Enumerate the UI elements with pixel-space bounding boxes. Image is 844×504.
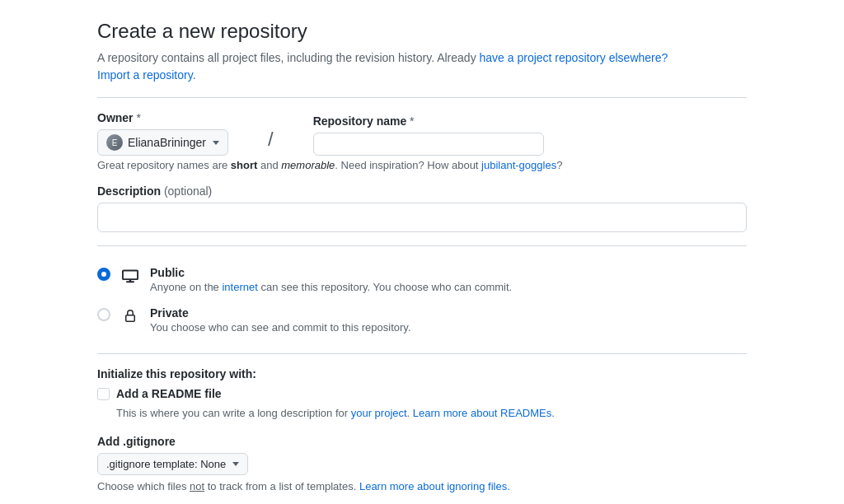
public-text: Public Anyone on the internet can see th… [150, 266, 747, 293]
gitignore-section: Add .gitignore .gitignore template: None… [97, 435, 747, 492]
internet-link[interactable]: internet [222, 281, 257, 293]
suggestion-link[interactable]: jubilant-goggles [481, 159, 556, 171]
memorable-text: memorable [281, 159, 335, 171]
divider-2 [97, 245, 747, 246]
readme-desc: This is where you can write a long descr… [116, 405, 747, 422]
gitignore-title: Add .gitignore [97, 435, 747, 448]
have-repo-link[interactable]: have a project repository elsewhere? [480, 51, 668, 64]
page-title: Create a new repository [97, 20, 747, 43]
description-input[interactable] [97, 203, 747, 232]
description-label: Description (optional) [97, 184, 747, 198]
repo-name-hint: Great repository names are short and mem… [97, 159, 747, 171]
chevron-down-icon [213, 141, 219, 145]
slash-separator: / [268, 128, 274, 156]
readme-row: Add a README file [97, 387, 747, 400]
divider-3 [97, 353, 747, 354]
owner-label: Owner * [97, 111, 228, 124]
private-radio[interactable] [97, 308, 110, 321]
divider [97, 97, 747, 98]
readme-label: Add a README file [116, 387, 222, 400]
initialize-title: Initialize this repository with: [97, 367, 747, 380]
repo-name-input[interactable] [313, 133, 544, 156]
owner-dropdown[interactable]: E ElianaBrininger [97, 129, 228, 156]
public-option[interactable]: Public Anyone on the internet can see th… [97, 259, 747, 300]
owner-username: ElianaBrininger [128, 136, 206, 149]
public-desc: Anyone on the internet can see this repo… [150, 281, 747, 293]
avatar-image: E [106, 134, 123, 151]
readme-checkbox[interactable] [97, 388, 110, 400]
public-radio[interactable] [97, 268, 110, 281]
gitignore-hint: Choose which files not to track from a l… [97, 480, 747, 492]
initialize-section: Initialize this repository with: Add a R… [97, 367, 747, 422]
private-text: Private You choose who can see and commi… [150, 306, 747, 334]
private-option[interactable]: Private You choose who can see and commi… [97, 300, 747, 340]
short-text: short [231, 159, 258, 171]
project-link[interactable]: your project [351, 407, 407, 419]
repo-name-label: Repository name * [313, 114, 544, 128]
gitignore-dropdown[interactable]: .gitignore template: None [97, 453, 248, 475]
gitignore-chevron-icon [232, 462, 239, 466]
page-subtitle: A repository contains all project files,… [97, 49, 747, 84]
gitignore-learn-link[interactable]: Learn more about ignoring files. [359, 480, 510, 492]
import-link[interactable]: Import a repository. [97, 68, 196, 82]
computer-icon [120, 266, 140, 286]
lock-icon [120, 306, 140, 326]
visibility-section: Public Anyone on the internet can see th… [97, 259, 747, 340]
learn-readme-link[interactable]: Learn more about READMEs. [413, 407, 555, 419]
avatar: E [106, 134, 123, 151]
